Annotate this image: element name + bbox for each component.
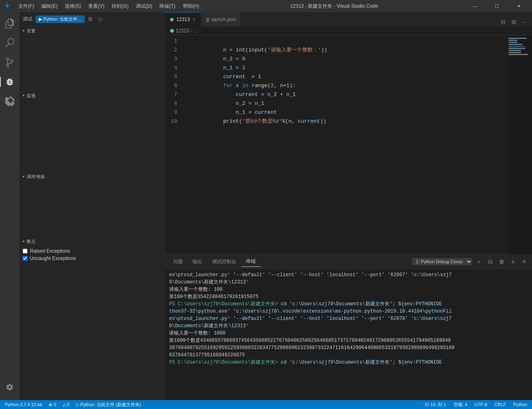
- menu-view[interactable]: 查看(V): [85, 2, 108, 11]
- status-run-label[interactable]: ▷ Python: 当前文件 (新建文件夹): [74, 402, 143, 408]
- activity-source-control[interactable]: [0, 53, 19, 72]
- breakpoints-section: ▾ 断点 Raised Exceptions Uncaught Exceptio…: [19, 237, 165, 400]
- terminal-selector[interactable]: 1: Python Debug Consc: [412, 258, 472, 265]
- breakpoints-label: 断点: [27, 239, 36, 245]
- status-line-ending[interactable]: CRLF: [493, 402, 508, 407]
- tab-close-12313[interactable]: ✕: [192, 17, 196, 22]
- maximize-button[interactable]: ☐: [487, 0, 506, 12]
- menu-bar[interactable]: 文件(F) 编辑(E) 选择(S) 查看(V) 转到(G) 调试(D) 终端(T…: [15, 2, 202, 11]
- terminal-trash-button[interactable]: 🗑: [497, 257, 506, 266]
- status-line-col[interactable]: 行 10, 列 1: [423, 402, 448, 408]
- tab-label-12313: 12313: [176, 17, 190, 22]
- menu-terminal[interactable]: 终端(T): [156, 2, 178, 11]
- activity-search[interactable]: [0, 33, 19, 53]
- menu-debug[interactable]: 调试(D): [133, 2, 156, 11]
- status-encoding[interactable]: UTF-8: [473, 402, 489, 407]
- status-spaces[interactable]: 空格: 4: [452, 402, 469, 408]
- tab-launch-json[interactable]: {} launch.json: [201, 12, 241, 26]
- line-num-4: 4: [165, 64, 177, 72]
- menu-goto[interactable]: 转到(G): [108, 2, 131, 11]
- editor-area: ⬢ 12313 ✕ {} launch.json ⊟ ⊞ ··· ⬢ 12313…: [165, 12, 532, 400]
- terminal-tab-output[interactable]: 输出: [188, 257, 207, 267]
- line-col-label: 行 10, 列 1: [425, 402, 446, 408]
- raised-exceptions-label[interactable]: Raised Exceptions: [30, 248, 70, 254]
- breakpoints-arrow: ▾: [23, 239, 25, 243]
- terminal-content[interactable]: es\ptvsd_launcher.py' '--default' '--cli…: [165, 269, 532, 400]
- menu-help[interactable]: 帮助(H): [180, 2, 203, 11]
- window-title: 12313 - 新建文件夹 - Visual Studio Code: [290, 3, 378, 10]
- variables-header[interactable]: ▾ 变量: [19, 26, 165, 35]
- terminal-tab-problems[interactable]: 问题: [168, 257, 188, 267]
- tab-label-launch: launch.json: [212, 17, 236, 22]
- line-num-3: 3: [165, 55, 177, 64]
- line-num-2: 2: [165, 46, 177, 55]
- terminal-line-6: 第1000个数是43466557686937456435688522767504…: [169, 337, 528, 359]
- breadcrumb-path[interactable]: 12313: [176, 28, 189, 34]
- status-python-version[interactable]: Python 3.7.4 32-bit: [3, 402, 44, 407]
- status-warnings[interactable]: △ 0: [61, 402, 71, 407]
- status-language[interactable]: Python: [512, 402, 529, 407]
- more-actions-button[interactable]: ···: [520, 17, 529, 26]
- close-button[interactable]: ✕: [509, 0, 528, 12]
- line-num-1: 1: [165, 37, 177, 46]
- encoding-label: UTF-8: [475, 402, 487, 407]
- breadcrumb: ⬢ 12313 › ...: [165, 26, 532, 35]
- line-num-6: 6: [165, 81, 177, 90]
- terminal-tab-actions: 1: Python Debug Consc + ⊟ 🗑 ∧ ✕: [412, 257, 529, 266]
- line-num-7: 7: [165, 90, 177, 99]
- title-bar: ✦ 文件(F) 编辑(E) 选择(S) 查看(V) 转到(G) 调试(D) 终端…: [0, 0, 532, 12]
- callstack-arrow: ▾: [23, 175, 25, 179]
- toggle-layout-button[interactable]: ⊞: [509, 17, 518, 26]
- minimize-button[interactable]: —: [466, 0, 484, 12]
- uncaught-exceptions-checkbox[interactable]: [23, 256, 28, 261]
- language-label: Python: [513, 402, 527, 407]
- uncaught-exceptions-label[interactable]: Uncaught Exceptions: [30, 256, 76, 261]
- terminal-split-button[interactable]: ⊟: [486, 257, 495, 266]
- menu-edit[interactable]: 编辑(E): [38, 2, 61, 11]
- breakpoint-uncaught: Uncaught Exceptions: [23, 255, 162, 262]
- breakpoints-content: Raised Exceptions Uncaught Exceptions: [19, 246, 165, 264]
- terminal-line-1: es\ptvsd_launcher.py' '--default' '--cli…: [169, 271, 528, 286]
- activity-bar: [0, 12, 19, 400]
- terminal-tab-terminal[interactable]: 终端: [241, 256, 261, 267]
- code-line-1: n = int(input('请输入要一个整数：')): [185, 37, 508, 46]
- code-content: 1 2 3 4 5 6 7 8 9 10 n = int(input('请输入要…: [165, 35, 532, 254]
- watch-content: [19, 100, 165, 172]
- terminal-new-button[interactable]: +: [475, 257, 483, 266]
- breakpoints-header[interactable]: ▾ 断点: [19, 237, 165, 246]
- menu-select[interactable]: 选择(S): [61, 2, 84, 11]
- breadcrumb-icon: ⬢: [170, 28, 174, 34]
- activity-settings[interactable]: [0, 377, 19, 397]
- raised-exceptions-checkbox[interactable]: [23, 249, 28, 253]
- terminal-close-button[interactable]: ✕: [520, 257, 529, 266]
- main-layout: 调试 ▶ Python: 当前文件... ⚙ ▷ ▾ 变量 ▾ 监视: [0, 12, 532, 400]
- terminal-maximize-button[interactable]: ∧: [509, 257, 517, 266]
- activity-debug[interactable]: [0, 72, 19, 92]
- debug-settings-button[interactable]: ⚙: [86, 15, 95, 23]
- breadcrumb-symbol[interactable]: ...: [194, 28, 198, 34]
- terminal-tab-debug-console[interactable]: 调试控制台: [207, 257, 241, 267]
- activity-explorer[interactable]: [0, 14, 19, 33]
- tab-icon-launch: {}: [206, 17, 209, 22]
- breakpoint-raised: Raised Exceptions: [23, 247, 162, 255]
- line-num-10: 10: [165, 117, 177, 126]
- callstack-header[interactable]: ▾ 调用堆栈: [19, 172, 165, 181]
- sidebar: 调试 ▶ Python: 当前文件... ⚙ ▷ ▾ 变量 ▾ 监视: [19, 12, 165, 400]
- debug-run-button[interactable]: ▶ Python: 当前文件...: [36, 15, 85, 23]
- watch-arrow: ▾: [23, 94, 25, 98]
- menu-file[interactable]: 文件(F): [15, 2, 37, 11]
- tab-12313[interactable]: ⬢ 12313 ✕: [165, 12, 201, 26]
- watch-header[interactable]: ▾ 监视: [19, 91, 165, 100]
- tab-bar: ⬢ 12313 ✕ {} launch.json ⊟ ⊞ ···: [165, 12, 532, 26]
- variables-label: 变量: [27, 28, 36, 34]
- terminal-line-2: 请输入要一个整数: 100: [169, 286, 528, 293]
- debug-more-button[interactable]: ▷: [97, 15, 106, 23]
- activity-extensions[interactable]: [0, 92, 19, 111]
- status-errors[interactable]: ⊗ 0: [47, 402, 57, 407]
- line-numbers: 1 2 3 4 5 6 7 8 9 10: [165, 35, 181, 254]
- variables-section: ▾ 变量: [19, 26, 165, 91]
- window-controls[interactable]: — ☐ ✕: [466, 0, 528, 12]
- code-editor[interactable]: 1 2 3 4 5 6 7 8 9 10 n = int(input('请输入要…: [165, 35, 532, 254]
- split-editor-button[interactable]: ⊟: [499, 17, 508, 26]
- code-lines[interactable]: n = int(input('请输入要一个整数：')) n_2 = 0 n_1 …: [181, 35, 508, 254]
